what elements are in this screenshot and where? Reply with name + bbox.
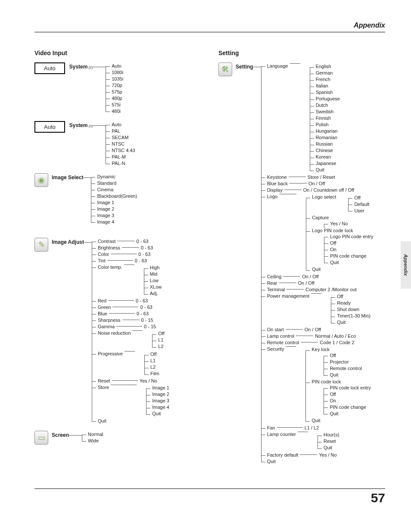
system-3-label: System	[69, 120, 88, 128]
image-select-block: ◉ Image Select Dynamic Standard Cinema B…	[34, 173, 201, 225]
page-number: 57	[34, 488, 385, 505]
image-select-label: Image Select	[52, 173, 83, 180]
system-3-list: Auto PAL SECAM NTSC NTSC 4.43 PAL-M PAL-…	[106, 121, 135, 166]
setting-icon: 🛠	[218, 62, 232, 76]
video-input-title: Video Input	[34, 50, 201, 56]
system-2-list: Auto 1080i 1035i 720p 575p 480p 575i 480…	[106, 62, 123, 114]
screen-block: ▭ Screen Normal Wide	[34, 431, 201, 445]
system-3-block: Auto System(3) Auto PAL SECAM NTSC NTSC …	[34, 121, 201, 166]
image-adjust-icon: ✎	[34, 238, 48, 252]
setting-column: Setting 🛠 Setting Language English Germa…	[218, 50, 385, 471]
side-tab: Appendix	[401, 241, 411, 289]
image-adjust-block: ✎ Image Adjust Contrast0 - 63 Brightness…	[34, 238, 201, 424]
setting-tree: Language English German French Italian S…	[261, 62, 374, 464]
image-select-icon: ◉	[34, 173, 48, 187]
video-input-column: Video Input Auto System(2) Auto 1080i 10…	[34, 50, 201, 471]
system-2-label: System	[69, 61, 88, 70]
system-2-block: Auto System(2) Auto 1080i 1035i 720p 575…	[34, 62, 201, 114]
image-adjust-list: Contrast0 - 63 Brightness0 - 63 Color0 -…	[92, 238, 169, 424]
screen-icon: ▭	[34, 431, 48, 445]
setting-title: Setting	[218, 50, 385, 56]
setting-root: 🛠 Setting Language English German French…	[218, 62, 385, 464]
auto-box-1: Auto	[34, 62, 65, 74]
auto-box-2: Auto	[34, 121, 65, 133]
image-select-list: Dynamic Standard Cinema Blackboard(Green…	[91, 173, 137, 225]
setting-label: Setting	[236, 62, 253, 70]
image-adjust-label: Image Adjust	[52, 238, 84, 245]
screen-label: Screen	[52, 431, 69, 438]
page-header: Appendix	[34, 22, 385, 32]
screen-list: Normal Wide	[82, 431, 103, 444]
